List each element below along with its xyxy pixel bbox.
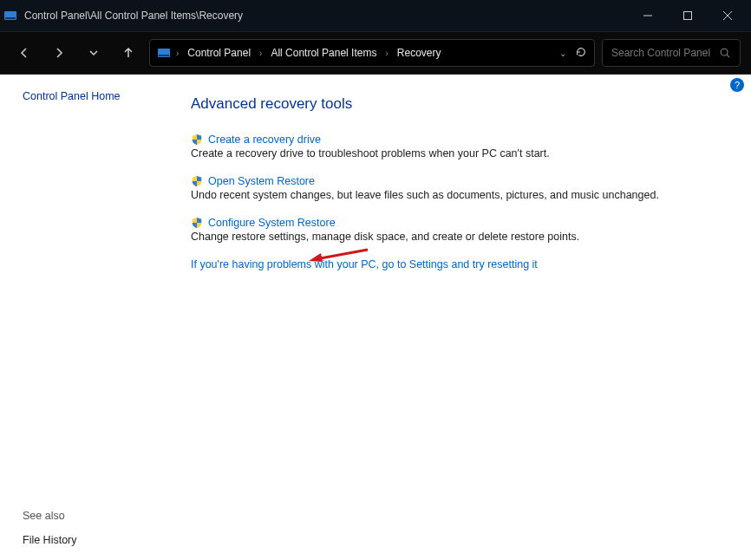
svg-rect-7	[159, 55, 169, 56]
svg-rect-3	[684, 12, 692, 20]
chevron-right-icon: ›	[176, 49, 179, 58]
tool-configure-system-restore: Configure System Restore Change restore …	[191, 217, 728, 243]
search-icon	[719, 47, 731, 59]
shield-icon	[191, 217, 203, 229]
configure-system-restore-link[interactable]: Configure System Restore	[208, 217, 336, 229]
file-history-link[interactable]: File History	[23, 534, 77, 546]
chevron-down-icon[interactable]: ⌄	[559, 49, 566, 58]
main-pane: Advanced recovery tools Create a recover…	[179, 90, 728, 546]
tool-desc: Undo recent system changes, but leave fi…	[191, 189, 728, 201]
forward-button[interactable]	[45, 39, 73, 67]
back-button[interactable]	[10, 39, 38, 67]
window-title: Control Panel\All Control Panel Items\Re…	[24, 10, 628, 22]
refresh-button[interactable]	[575, 46, 587, 61]
shield-icon	[191, 133, 203, 146]
content-area: ? Control Panel Home Advanced recovery t…	[0, 75, 751, 560]
tool-desc: Change restore settings, manage disk spa…	[191, 231, 728, 243]
up-button[interactable]	[114, 39, 142, 67]
titlebar: Control Panel\All Control Panel Items\Re…	[0, 0, 751, 31]
recent-locations-button[interactable]	[80, 39, 108, 67]
svg-line-9	[727, 55, 729, 57]
left-pane: Control Panel Home	[23, 90, 179, 546]
maximize-button[interactable]	[668, 0, 708, 31]
svg-point-8	[721, 49, 728, 55]
help-icon[interactable]: ?	[730, 78, 744, 92]
shield-icon	[191, 175, 203, 187]
reset-pc-link[interactable]: If you're having problems with your PC, …	[191, 258, 728, 270]
breadcrumb[interactable]: Control Panel	[182, 47, 256, 59]
breadcrumb[interactable]: Recovery	[392, 47, 447, 59]
search-placeholder: Search Control Panel	[611, 47, 710, 59]
control-panel-icon	[3, 9, 17, 23]
tool-open-system-restore: Open System Restore Undo recent system c…	[191, 175, 728, 201]
minimize-button[interactable]	[628, 0, 668, 31]
svg-rect-1	[5, 17, 16, 19]
tool-create-recovery-drive: Create a recovery drive Create a recover…	[191, 133, 728, 160]
create-recovery-drive-link[interactable]: Create a recovery drive	[208, 133, 321, 146]
chevron-right-icon: ›	[385, 49, 388, 58]
chevron-right-icon: ›	[259, 49, 262, 58]
breadcrumb[interactable]: All Control Panel Items	[265, 47, 382, 59]
open-system-restore-link[interactable]: Open System Restore	[208, 175, 315, 187]
page-heading: Advanced recovery tools	[191, 95, 728, 113]
see-also-label: See also	[23, 510, 77, 522]
control-panel-icon	[157, 46, 171, 60]
toolbar: › Control Panel › All Control Panel Item…	[0, 31, 751, 75]
address-bar[interactable]: › Control Panel › All Control Panel Item…	[149, 39, 595, 67]
tool-desc: Create a recovery drive to troubleshoot …	[191, 147, 728, 160]
search-input[interactable]: Search Control Panel	[602, 39, 741, 67]
control-panel-home-link[interactable]: Control Panel Home	[23, 90, 179, 102]
see-also: See also File History	[23, 510, 77, 546]
close-button[interactable]	[708, 0, 748, 31]
